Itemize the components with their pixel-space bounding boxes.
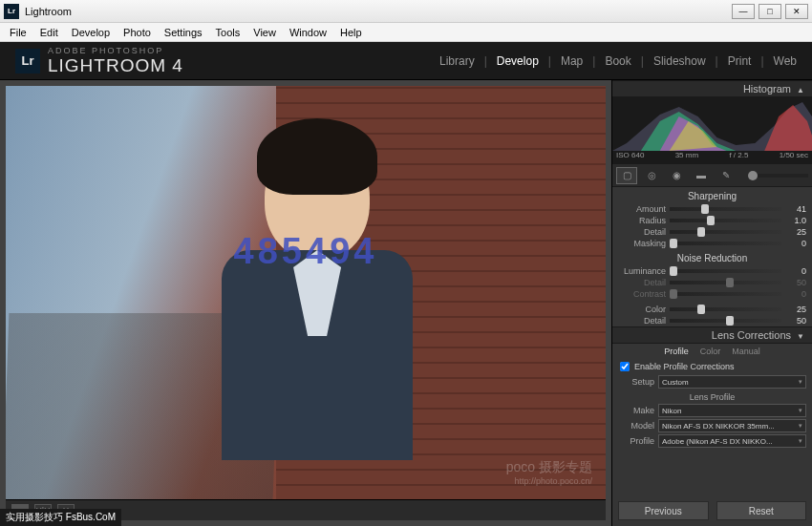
hist-shutter: 1/50 sec bbox=[780, 151, 808, 164]
lens-profile-title: Lens Profile bbox=[612, 389, 812, 403]
noise-contrast-slider[interactable] bbox=[670, 292, 781, 296]
menu-view[interactable]: View bbox=[247, 25, 282, 40]
sharpening-masking-slider[interactable] bbox=[670, 242, 781, 245]
menu-tools[interactable]: Tools bbox=[210, 25, 246, 40]
module-web[interactable]: Web bbox=[774, 54, 797, 68]
module-print[interactable]: Print bbox=[728, 54, 752, 68]
hist-iso: ISO 640 bbox=[616, 151, 644, 164]
lens-header[interactable]: Lens Corrections ▼ bbox=[612, 326, 812, 344]
noise-title: Noise Reduction bbox=[612, 249, 812, 265]
sharpening-radius-slider[interactable] bbox=[670, 219, 781, 222]
overlay-text: 485494 bbox=[234, 231, 378, 272]
module-develop[interactable]: Develop bbox=[497, 54, 539, 68]
gradient-tool-icon[interactable]: ▬ bbox=[691, 167, 712, 184]
enable-profile-checkbox[interactable] bbox=[620, 362, 630, 371]
lens-tab-color[interactable]: Color bbox=[700, 347, 721, 356]
module-library[interactable]: Library bbox=[439, 54, 475, 68]
minimize-button[interactable]: — bbox=[732, 4, 755, 19]
previous-button[interactable]: Previous bbox=[618, 501, 709, 520]
menu-settings[interactable]: Settings bbox=[159, 25, 208, 40]
noise-cdetail-slider[interactable] bbox=[670, 319, 781, 323]
histogram-header[interactable]: Histogram ▲ bbox=[612, 80, 812, 97]
lens-make-combo[interactable]: Nikon▾ bbox=[658, 404, 806, 417]
lens-profile-combo[interactable]: Adobe (Nikon AF-S DX NIKKO...▾ bbox=[658, 434, 806, 448]
lens-model-combo[interactable]: Nikon AF-S DX NIKKOR 35mm...▾ bbox=[658, 419, 806, 432]
menu-edit[interactable]: Edit bbox=[34, 25, 64, 40]
tool-strip: ▢ ◎ ◉ ▬ ✎ bbox=[612, 164, 812, 187]
menu-window[interactable]: Window bbox=[284, 25, 332, 40]
reset-button[interactable]: Reset bbox=[716, 501, 807, 520]
lens-setup-combo[interactable]: Custom▾ bbox=[658, 375, 806, 389]
module-picker: Library| Develop| Map| Book| Slideshow| … bbox=[439, 54, 797, 68]
logo-subtitle: ADOBE PHOTOSHOP bbox=[48, 46, 183, 55]
maximize-button[interactable]: □ bbox=[759, 4, 781, 19]
watermark: poco 摄影专题 http://photo.poco.cn/ bbox=[506, 459, 592, 486]
window-title: Lightroom bbox=[25, 6, 72, 17]
titlebar: Lr Lightroom — □ ✕ bbox=[0, 0, 812, 23]
photo-preview[interactable]: 485494 poco 摄影专题 http://photo.poco.cn/ bbox=[6, 86, 606, 499]
noise-color-slider[interactable] bbox=[670, 307, 781, 311]
logo-title: LIGHTROOM 4 bbox=[48, 55, 183, 76]
spot-tool-icon[interactable]: ◎ bbox=[641, 167, 662, 184]
histogram[interactable]: ISO 640 35 mm f / 2.5 1/50 sec bbox=[612, 97, 812, 164]
app-icon: Lr bbox=[4, 4, 19, 19]
app-header: Lr ADOBE PHOTOSHOP LIGHTROOM 4 Library| … bbox=[0, 42, 812, 80]
crop-tool-icon[interactable]: ▢ bbox=[616, 167, 637, 184]
menu-file[interactable]: File bbox=[4, 25, 32, 40]
footer-tag: 实用摄影技巧 FsBus.CoM bbox=[0, 509, 121, 526]
lens-tab-profile[interactable]: Profile bbox=[664, 347, 689, 356]
hist-focal: 35 mm bbox=[675, 151, 698, 164]
menubar: File Edit Develop Photo Settings Tools V… bbox=[0, 23, 812, 42]
module-slideshow[interactable]: Slideshow bbox=[653, 54, 706, 68]
close-button[interactable]: ✕ bbox=[785, 4, 808, 19]
menu-develop[interactable]: Develop bbox=[66, 25, 116, 40]
module-book[interactable]: Book bbox=[605, 54, 630, 68]
sharpening-detail-slider[interactable] bbox=[670, 230, 781, 234]
lens-tab-manual[interactable]: Manual bbox=[732, 347, 760, 356]
brush-tool-icon[interactable]: ✎ bbox=[716, 167, 737, 184]
module-map[interactable]: Map bbox=[561, 54, 583, 68]
menu-help[interactable]: Help bbox=[334, 25, 368, 40]
tool-slider[interactable] bbox=[748, 174, 808, 178]
redeye-tool-icon[interactable]: ◉ bbox=[666, 167, 687, 184]
sharpening-amount-slider[interactable] bbox=[670, 207, 781, 211]
noise-luminance-slider[interactable] bbox=[670, 269, 781, 273]
right-panel: Histogram ▲ ISO 640 35 mm f / 2.5 1/50 s… bbox=[611, 80, 812, 526]
hist-aperture: f / 2.5 bbox=[729, 151, 748, 164]
logo-badge: Lr bbox=[15, 49, 40, 74]
menu-photo[interactable]: Photo bbox=[118, 25, 157, 40]
noise-detail-slider[interactable] bbox=[670, 281, 781, 284]
sharpening-title: Sharpening bbox=[612, 187, 812, 203]
